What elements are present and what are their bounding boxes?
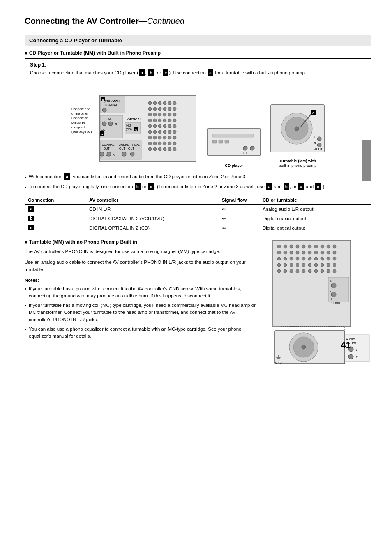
step-content: Choose a connection that matches your CD…	[30, 69, 366, 76]
svg-point-134	[321, 251, 324, 254]
svg-rect-99	[219, 140, 223, 143]
badge-b-bullet: b	[135, 183, 141, 190]
svg-text:R: R	[330, 297, 332, 300]
svg-point-70	[173, 136, 176, 139]
svg-point-47	[148, 119, 152, 122]
svg-point-154	[321, 263, 324, 267]
svg-point-145	[327, 257, 330, 260]
svg-point-77	[148, 147, 152, 151]
td-cd-b: Digital coaxial output	[259, 214, 371, 223]
svg-point-36	[153, 107, 157, 111]
svg-text:L: L	[314, 136, 316, 138]
svg-point-118	[284, 245, 287, 248]
badge-a-table: a	[28, 206, 34, 212]
svg-point-102	[250, 146, 254, 150]
svg-point-140	[296, 257, 299, 260]
svg-point-131	[302, 251, 305, 254]
svg-text:L: L	[356, 348, 357, 351]
svg-text:IN: IN	[330, 280, 332, 283]
svg-point-130	[296, 251, 299, 254]
svg-point-132	[308, 251, 311, 254]
svg-point-29	[148, 101, 152, 105]
and-text: and	[306, 184, 314, 189]
svg-text:OPTICAL: OPTICAL	[127, 143, 140, 146]
page-title: Connecting the AV Controller—Continued	[25, 16, 184, 25]
svg-point-40	[173, 107, 176, 111]
svg-text:assigned: assigned	[71, 125, 85, 129]
svg-point-185	[348, 354, 353, 359]
svg-point-135	[327, 251, 330, 254]
svg-point-150	[296, 263, 299, 267]
td-conn-a: a	[25, 204, 86, 214]
svg-text:R: R	[314, 142, 316, 145]
svg-point-112	[317, 143, 321, 147]
receiver-svg: Connect one or the other Connection b mu…	[71, 88, 198, 168]
svg-point-74	[163, 142, 166, 145]
svg-point-66	[153, 136, 157, 139]
td-av-b: DIGITAL COAXIAL IN 2 (VCR/DVR)	[86, 214, 219, 223]
td-signal-a: ⇐	[219, 204, 259, 214]
svg-point-75	[168, 142, 171, 145]
svg-point-30	[153, 101, 157, 105]
svg-point-39	[168, 107, 171, 111]
step-box: Step 1: Choose a connection that matches…	[25, 58, 371, 80]
badge-a-step: a	[139, 69, 145, 76]
svg-point-34	[173, 101, 176, 105]
svg-text:(VCR/DVR): (VCR/DVR)	[104, 99, 121, 103]
svg-point-169	[331, 283, 336, 288]
bullet-2-text: To connect the CD player digitally, use …	[29, 183, 324, 190]
turntable-diagram: a L R AUDIO Turntable (MM) with built-in…	[270, 104, 325, 168]
note-3-text: You can also use a phono equalizer to co…	[29, 326, 256, 340]
sidebar-tab	[362, 140, 371, 181]
badge-c-table: c	[28, 225, 34, 230]
svg-point-151	[302, 263, 305, 267]
section-box: Connecting a CD Player or Turntable	[25, 35, 371, 46]
note-2-text: If your turntable has a moving coil (MC)…	[29, 302, 256, 323]
cd-player-diagram: L R CD player	[206, 128, 262, 168]
svg-point-138	[284, 257, 287, 260]
svg-point-78	[153, 147, 157, 151]
svg-rect-98	[212, 140, 217, 143]
svg-point-163	[314, 269, 318, 273]
svg-text:IN: IN	[108, 118, 111, 121]
svg-text:R: R	[115, 123, 117, 126]
td-cd-c: Digital optical output	[259, 223, 371, 233]
notes-list: • If your turntable has a ground wire, c…	[25, 286, 256, 340]
badge-b-step: b	[148, 69, 154, 76]
svg-point-160	[296, 269, 299, 273]
td-signal-b: ⇐	[219, 214, 259, 223]
lower-text: Turntable (MM) with no Phono Preamp Buil…	[25, 238, 256, 367]
svg-point-146	[333, 257, 336, 260]
note-bullet-3: •	[25, 326, 26, 340]
td-av-a: CD IN L/R	[86, 204, 219, 214]
svg-text:COAXIAL: COAXIAL	[102, 143, 114, 146]
note-1: • If your turntable has a ground wire, c…	[25, 286, 256, 300]
connection-table: Connection AV controller Signal flow CD …	[25, 196, 371, 233]
svg-text:OUT: OUT	[128, 147, 135, 150]
svg-point-107	[295, 127, 299, 131]
svg-point-67	[158, 136, 161, 139]
svg-point-159	[290, 269, 293, 273]
svg-text:a: a	[101, 132, 103, 136]
svg-point-49	[158, 119, 161, 122]
svg-text:Connect one: Connect one	[71, 107, 90, 111]
svg-point-157	[277, 269, 281, 273]
th-signal: Signal flow	[219, 196, 259, 205]
svg-text:Connection: Connection	[71, 116, 88, 120]
svg-point-111	[317, 137, 321, 141]
notes-label: Notes:	[25, 277, 256, 284]
svg-point-148	[284, 263, 287, 267]
svg-point-165	[327, 269, 330, 273]
svg-point-68	[163, 136, 166, 139]
svg-point-63	[168, 130, 171, 134]
section-title: Connecting a CD Player or Turntable	[29, 37, 122, 44]
svg-point-162	[308, 269, 311, 273]
svg-text:(CD): (CD)	[126, 128, 132, 131]
svg-point-117	[277, 245, 281, 248]
svg-point-177	[302, 345, 306, 349]
svg-point-158	[284, 269, 287, 273]
svg-text:R: R	[356, 356, 358, 359]
title-continued: —Continued	[139, 16, 184, 25]
svg-point-164	[321, 269, 324, 273]
svg-text:b: b	[71, 121, 74, 124]
